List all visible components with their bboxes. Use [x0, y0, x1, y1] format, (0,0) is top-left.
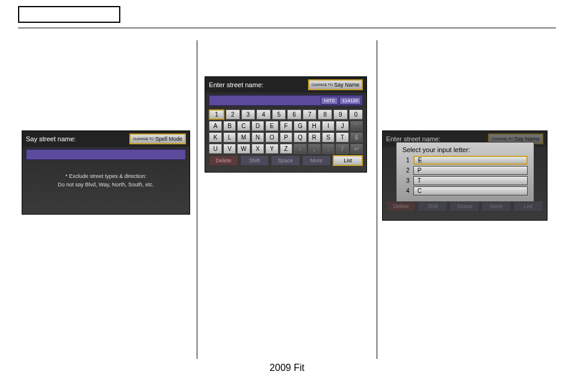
dialog-option-value: E — [413, 156, 528, 165]
keyboard-row-4: UVWXYZ-,./↵ — [209, 144, 363, 154]
keyboard-row-2: ABCDEFGHIJ' — [209, 121, 363, 131]
key-N[interactable]: N — [252, 132, 264, 142]
key-O[interactable]: O — [265, 132, 278, 142]
more-button[interactable]: More — [481, 201, 511, 212]
dialog-option-value: C — [413, 186, 528, 195]
dialog-option-list: 1E2P3T4C — [403, 156, 528, 195]
key-E[interactable]: E — [265, 121, 278, 131]
dialog-option[interactable]: 1E — [403, 156, 528, 165]
shift-button[interactable]: Shift — [240, 155, 269, 166]
key-T[interactable]: T — [336, 132, 348, 142]
key-U[interactable]: U — [209, 144, 221, 154]
input-bar[interactable] — [26, 149, 186, 160]
keyboard-row-1: 1234567890 — [209, 109, 363, 120]
key-Q[interactable]: Q — [294, 132, 306, 142]
input-letter-dialog: Select your input letter: 1E2P3T4C — [396, 142, 534, 202]
header-placeholder-box — [18, 6, 120, 23]
key-V[interactable]: V — [223, 144, 236, 154]
list-button[interactable]: List — [513, 201, 543, 212]
key-B[interactable]: B — [223, 121, 236, 131]
function-row: Delete Shift Space More List — [209, 155, 363, 166]
input-bar[interactable]: HITS 114120 — [209, 95, 363, 106]
mode-label: Say Name — [334, 82, 359, 88]
dialog-title: Select your input letter: — [403, 146, 528, 153]
key-.[interactable]: . — [322, 144, 335, 154]
key-H[interactable]: H — [308, 121, 321, 131]
key-P[interactable]: P — [280, 132, 292, 142]
hits-badge: HITS 114120 — [321, 97, 361, 105]
key-6[interactable]: 6 — [287, 109, 301, 120]
key-G[interactable]: G — [294, 121, 306, 131]
dialog-option[interactable]: 4C — [403, 186, 528, 195]
hits-label: HITS — [321, 97, 338, 105]
dialog-option-number: 2 — [403, 167, 410, 174]
dialog-option[interactable]: 2P — [403, 166, 528, 175]
key-,[interactable]: , — [308, 144, 321, 154]
screen-title: Say street name: — [26, 135, 76, 142]
delete-button[interactable]: Delete — [209, 155, 238, 166]
say-name-button[interactable]: CHANGE TO Say Name — [308, 79, 363, 90]
key-0[interactable]: 0 — [349, 109, 363, 120]
help-text: * Exclude street types & direction: Do n… — [22, 162, 190, 198]
nav-screen-keyboard: Enter street name: CHANGE TO Say Name HI… — [205, 76, 367, 173]
key--[interactable]: - — [294, 144, 306, 154]
space-button[interactable]: Space — [449, 201, 480, 212]
space-button[interactable]: Space — [271, 155, 300, 166]
screen-title: Enter street name: — [209, 81, 264, 88]
key-D[interactable]: D — [252, 121, 264, 131]
key-9[interactable]: 9 — [333, 109, 348, 120]
key-S[interactable]: S — [322, 132, 335, 142]
change-to-label: CHANGE TO — [133, 137, 154, 141]
key-'[interactable]: ' — [350, 121, 363, 131]
help-line-1: * Exclude street types & direction: — [28, 172, 184, 180]
nav-header: Enter street name: CHANGE TO Say Name — [205, 77, 366, 93]
key-F[interactable]: F — [280, 121, 292, 131]
keyboard: 1234567890 ABCDEFGHIJ' KLMNOPQRST& UVWXY… — [205, 108, 366, 170]
dialog-option-value: T — [413, 176, 528, 185]
shift-button[interactable]: Shift — [418, 201, 448, 212]
key-I[interactable]: I — [322, 121, 335, 131]
key-5[interactable]: 5 — [272, 109, 286, 120]
dialog-option-value: P — [413, 166, 528, 175]
column-1: Say street name: CHANGE TO Spell Mode * … — [18, 40, 197, 359]
key-A[interactable]: A — [209, 121, 221, 131]
key-2[interactable]: 2 — [226, 109, 240, 120]
dialog-option-number: 4 — [403, 188, 410, 194]
function-row: Delete Shift Space More List — [383, 201, 547, 212]
key-3[interactable]: 3 — [241, 109, 256, 120]
column-2: Enter street name: CHANGE TO Say Name HI… — [197, 40, 376, 359]
dialog-option-number: 1 — [403, 157, 410, 164]
mode-label: Say Name — [514, 136, 540, 142]
key-R[interactable]: R — [308, 132, 321, 142]
key-1[interactable]: 1 — [209, 109, 224, 120]
key-M[interactable]: M — [237, 132, 250, 142]
list-button[interactable]: List — [333, 155, 363, 166]
mode-label: Spell Mode — [155, 136, 182, 142]
keyboard-row-3: KLMNOPQRST& — [209, 132, 363, 142]
help-line-2: Do not say Blvd, Way, North, South, etc. — [28, 180, 184, 189]
key-Z[interactable]: Z — [280, 144, 292, 154]
key-J[interactable]: J — [336, 121, 348, 131]
key-C[interactable]: C — [237, 121, 250, 131]
nav-header: Say street name: CHANGE TO Spell Mode — [22, 131, 190, 147]
key-4[interactable]: 4 — [256, 109, 271, 120]
key-K[interactable]: K — [209, 132, 221, 142]
more-button[interactable]: More — [302, 155, 331, 166]
spell-mode-button[interactable]: CHANGE TO Spell Mode — [129, 133, 186, 144]
key-/[interactable]: / — [336, 144, 348, 154]
key-7[interactable]: 7 — [303, 109, 317, 120]
key-W[interactable]: W — [237, 144, 250, 154]
key-X[interactable]: X — [252, 144, 264, 154]
delete-button[interactable]: Delete — [386, 201, 416, 212]
key-↵[interactable]: ↵ — [350, 144, 363, 154]
dialog-option[interactable]: 3T — [403, 176, 528, 185]
column-3: Enter street name: CHANGE TO Say Name De… — [377, 40, 556, 359]
hits-value: 114120 — [339, 97, 362, 105]
change-to-label: CHANGE TO — [312, 83, 333, 87]
key-L[interactable]: L — [223, 132, 236, 142]
key-&[interactable]: & — [350, 132, 363, 142]
footer-text: 2009 Fit — [18, 363, 556, 373]
key-8[interactable]: 8 — [318, 109, 332, 120]
dialog-option-number: 3 — [403, 177, 410, 184]
key-Y[interactable]: Y — [265, 144, 278, 154]
